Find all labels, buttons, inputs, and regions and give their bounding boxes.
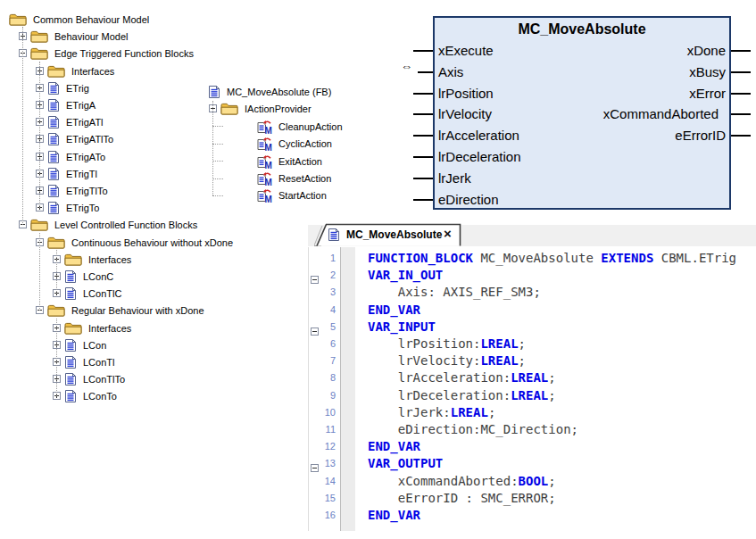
svg-text:M: M: [265, 125, 272, 134]
tree-item-label[interactable]: LConTl: [81, 357, 116, 368]
fold-collapse-icon[interactable]: [311, 323, 319, 339]
code-token: ;: [548, 388, 555, 402]
code-token: lrVelocity:: [368, 353, 480, 368]
tree-item-interfaces[interactable]: Interfaces: [36, 62, 116, 79]
tree-item-continuous-behaviour-without-xdone[interactable]: Continuous Behaviour without xDone: [36, 234, 235, 251]
keyword-token: VAR_IN_OUT: [368, 268, 443, 282]
tree-item-lcontlto[interactable]: LConTlTo: [53, 370, 127, 387]
tree-item-label[interactable]: ETrigA: [64, 100, 97, 111]
tree-item-etrigtl[interactable]: ETrigTl: [36, 165, 99, 182]
tree-item-etriga[interactable]: ETrigA: [36, 96, 97, 113]
tree-guide-line: [56, 319, 57, 396]
code-token: CBML.ETrig: [653, 251, 736, 265]
fb-output-label-xbusy: xBusy: [433, 64, 726, 80]
tree-item-label[interactable]: ExitAction: [277, 156, 324, 167]
tab-close-icon[interactable]: ×: [444, 226, 452, 242]
tree-item-label[interactable]: ETrigATo: [64, 152, 107, 162]
tree-item-regular-behaviour-with-xdone[interactable]: Regular Behaviour with xDone: [36, 302, 206, 319]
tree-item-label[interactable]: ETrigATlTo: [64, 134, 115, 145]
code-line-13: VAR_OUTPUT: [368, 455, 443, 472]
code-token: ;: [519, 353, 526, 368]
fb-input-label-lrjerk: lrJerk: [438, 170, 471, 187]
tree-item-startaction[interactable]: MStartAction: [257, 187, 328, 203]
tree-item-cyclicaction[interactable]: MCyclicAction: [257, 135, 334, 152]
tree-item-exitaction[interactable]: MExitAction: [257, 153, 324, 170]
tree-item-label[interactable]: Behaviour Model: [53, 31, 130, 42]
tree-item-resetaction[interactable]: MResetAction: [257, 170, 333, 187]
tree-item-label[interactable]: LCon: [81, 340, 108, 351]
method-icon: M: [257, 137, 272, 151]
tree-item-etrig[interactable]: ETrig: [36, 79, 91, 96]
tree-item-label[interactable]: Edge Triggered Function Blocks: [53, 48, 195, 59]
tree-item-etrigtlto[interactable]: ETrigTlTo: [36, 182, 110, 199]
tree-item-edge-triggered-function-blocks[interactable]: Edge Triggered Function Blocks: [19, 45, 195, 62]
tree-guide-line: [39, 62, 40, 208]
tree-item-mc-moveabsolute-fb[interactable]: MC_MoveAbsolute (FB): [208, 83, 333, 100]
code-line-12: END_VAR: [368, 438, 420, 455]
tree-item-label[interactable]: LConTlC: [81, 288, 123, 299]
tree-item-label[interactable]: ETrig: [64, 83, 91, 94]
fold-collapse-icon[interactable]: [311, 271, 319, 287]
tree-item-label[interactable]: CyclicAction: [277, 138, 334, 149]
tree-item-lcontl[interactable]: LConTl: [53, 353, 116, 370]
tree-item-label[interactable]: Level Controlled Function Blocks: [53, 220, 199, 230]
tree-item-label[interactable]: StartAction: [277, 190, 328, 201]
tree-item-cleanupaction[interactable]: MCleanupAction: [257, 118, 345, 135]
tree-item-label[interactable]: ETrigTl: [64, 169, 99, 179]
pou-icon: [64, 372, 77, 386]
keyword-token: LREAL: [451, 405, 488, 419]
fb-detail-tree[interactable]: MC_MoveAbsolute (FB)IActionProviderMClea…: [208, 83, 404, 208]
code-token: lrDeceleration:: [368, 388, 511, 402]
tree-item-label[interactable]: ResetAction: [277, 173, 333, 184]
line-number: 12: [308, 441, 336, 452]
tree-item-label[interactable]: ETrigTlTo: [64, 186, 110, 196]
line-number: 11: [308, 424, 336, 435]
tree-guide-stub: [212, 178, 223, 179]
tree-item-etrigto[interactable]: ETrigTo: [36, 199, 102, 216]
folder-icon: [30, 218, 48, 231]
code-line-3: Axis: AXIS_REF_SM3;: [368, 284, 541, 301]
tree-item-label[interactable]: LConC: [81, 271, 115, 282]
tree-item-label[interactable]: MC_MoveAbsolute (FB): [225, 87, 333, 97]
pou-tree[interactable]: Common Behaviour ModelBehaviour ModelEdg…: [4, 11, 289, 412]
tree-item-lcontlc[interactable]: LConTlC: [53, 285, 123, 302]
tree-item-behaviour-model[interactable]: Behaviour Model: [19, 28, 130, 45]
tree-item-etrigato[interactable]: ETrigATo: [36, 148, 107, 165]
tree-item-label[interactable]: LConTo: [81, 391, 119, 402]
tree-item-etrigatl[interactable]: ETrigATl: [36, 113, 105, 130]
tree-item-lcon[interactable]: LCon: [53, 336, 108, 353]
tree-item-label[interactable]: Continuous Behaviour without xDone: [70, 237, 235, 248]
tree-item-interfaces[interactable]: Interfaces: [53, 319, 133, 336]
pou-icon: [328, 228, 340, 245]
editor-tab-title[interactable]: MC_MoveAbsolute: [346, 228, 442, 241]
tree-item-lconto[interactable]: LConTo: [53, 387, 119, 404]
tree-item-label[interactable]: Regular Behaviour with xDone: [70, 305, 206, 316]
tree-item-interfaces[interactable]: Interfaces: [53, 251, 133, 268]
tree-item-label[interactable]: IActionProvider: [243, 104, 313, 114]
tree-item-label[interactable]: CleanupAction: [277, 121, 345, 132]
tree-item-label[interactable]: ETrigATl: [64, 117, 105, 128]
fb-output-pin: [731, 93, 751, 95]
code-line-7: lrVelocity:LREAL;: [368, 352, 526, 369]
pou-icon: [47, 184, 60, 198]
tree-item-label[interactable]: Interfaces: [70, 66, 116, 77]
code-line-8: lrAcceleration:LREAL;: [368, 369, 556, 386]
tree-item-label[interactable]: Interfaces: [87, 323, 133, 334]
fb-input-pin: [413, 199, 433, 201]
pou-icon: [64, 286, 77, 301]
tree-item-label[interactable]: Common Behaviour Model: [31, 14, 151, 25]
tree-item-lconc[interactable]: LConC: [53, 268, 115, 285]
pou-icon: [47, 115, 60, 129]
fold-collapse-icon[interactable]: [311, 460, 319, 476]
tree-item-label[interactable]: LConTlTo: [81, 374, 127, 385]
fb-output-pin: [731, 135, 751, 137]
code-line-6: lrPosition:LREAL;: [368, 336, 526, 352]
tree-item-common-behaviour-model[interactable]: Common Behaviour Model: [9, 11, 151, 28]
tree-item-label[interactable]: ETrigTo: [64, 203, 102, 213]
tree-item-etrigatlto[interactable]: ETrigATlTo: [36, 130, 115, 147]
tree-item-label[interactable]: Interfaces: [87, 254, 133, 265]
line-number: 8: [308, 372, 336, 383]
tree-item-level-controlled-function-blocks[interactable]: Level Controlled Function Blocks: [19, 216, 199, 233]
tree-item-iactionprovider[interactable]: IActionProvider: [209, 100, 313, 117]
tree-guide-stub: [212, 195, 223, 196]
